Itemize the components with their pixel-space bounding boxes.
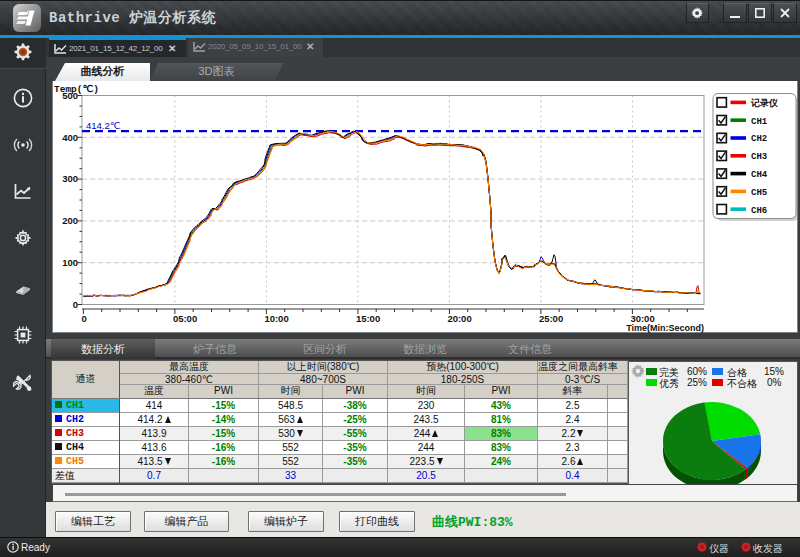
svg-text:0: 0 — [81, 313, 86, 324]
svg-text:0: 0 — [73, 299, 78, 310]
svg-text:记录仪: 记录仪 — [750, 98, 779, 109]
svg-text:20:00: 20:00 — [447, 313, 471, 324]
svg-text:CH5: CH5 — [751, 188, 767, 198]
svg-text:CH1: CH1 — [751, 117, 768, 127]
svg-text:100: 100 — [62, 257, 78, 268]
svg-text:CH2: CH2 — [751, 134, 767, 144]
svg-text:Time(Min:Second): Time(Min:Second) — [626, 323, 704, 333]
svg-text:300: 300 — [62, 173, 78, 184]
svg-text:400: 400 — [62, 132, 78, 143]
svg-text:10:00: 10:00 — [264, 313, 288, 324]
svg-text:CH4: CH4 — [751, 170, 768, 180]
svg-text:05:00: 05:00 — [173, 313, 197, 324]
svg-text:25:00: 25:00 — [539, 313, 563, 324]
svg-text:CH3: CH3 — [751, 152, 767, 162]
svg-text:Temp(℃): Temp(℃) — [54, 84, 99, 95]
svg-text:414.2℃: 414.2℃ — [86, 120, 121, 131]
svg-text:15:00: 15:00 — [356, 313, 380, 324]
svg-text:CH6: CH6 — [751, 206, 767, 216]
svg-text:200: 200 — [62, 215, 78, 226]
